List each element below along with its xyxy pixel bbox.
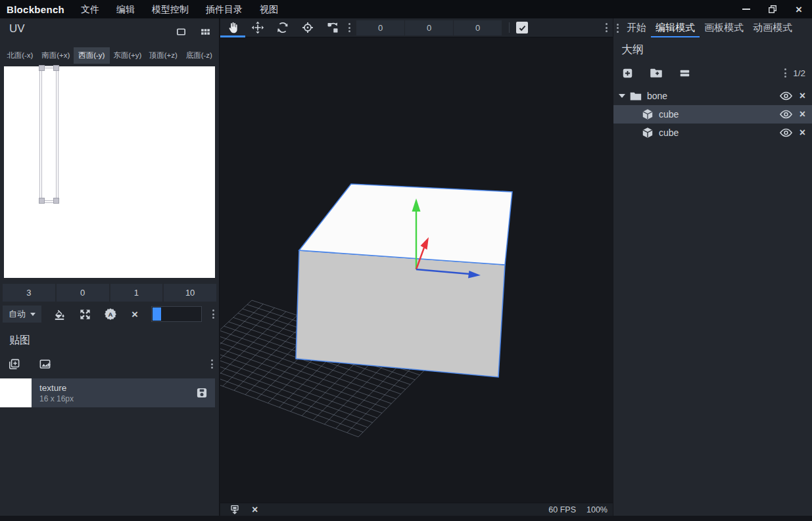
texture-list-item[interactable]: texture 16 x 16px (0, 378, 215, 407)
position-input-y[interactable]: 0 (405, 20, 453, 35)
uv-panel-title: UV (9, 22, 25, 35)
add-folder-icon (650, 66, 663, 79)
toolbar-more-menu[interactable] (346, 21, 352, 34)
group-name[interactable]: bone (647, 91, 667, 101)
visibility-eye-icon[interactable] (780, 110, 792, 119)
position-input-z[interactable]: 0 (454, 20, 502, 35)
face-tab-north[interactable]: 北面(-x) (2, 47, 38, 64)
menu-file[interactable]: 文件 (72, 0, 108, 18)
uv-mode-dropdown-label: 自动 (9, 308, 26, 320)
uv-more-menu[interactable] (210, 307, 216, 321)
outliner-tree: bone × cube × cube × (613, 87, 812, 142)
visibility-eye-icon[interactable] (780, 128, 792, 137)
uv-canvas[interactable] (4, 66, 215, 278)
delete-icon[interactable]: × (800, 127, 805, 138)
import-image-icon (39, 358, 51, 371)
restore-button[interactable] (759, 0, 786, 18)
face-tab-south[interactable]: 南面(+x) (38, 47, 74, 64)
uv-rotation-slider[interactable] (151, 306, 202, 322)
face-tab-bottom[interactable]: 底面(-z) (181, 47, 218, 64)
uv-input-x[interactable]: 3 (3, 284, 55, 302)
uv-handle-top-left[interactable] (39, 65, 45, 71)
toolbar-right-more-menu[interactable] (604, 21, 609, 34)
uv-input-height[interactable]: 10 (164, 284, 216, 302)
tab-edit-mode[interactable]: 编辑模式 (651, 18, 700, 37)
clear-uv-button[interactable]: × (127, 306, 143, 323)
import-texture-button[interactable] (39, 358, 51, 371)
viewport: 0 0 0 × 6 (220, 18, 613, 516)
auto-uv-button[interactable]: A (103, 306, 118, 323)
uv-texture-panel: UV 北面(-x) 南面(+x) 西面(-y) 东面(+y) 顶面(+z) 底面… (0, 18, 220, 516)
uv-input-y[interactable]: 0 (57, 284, 109, 302)
textures-toolbar (8, 357, 215, 371)
cube-front-face[interactable] (296, 250, 505, 377)
caret-down-icon[interactable] (619, 94, 625, 98)
x-icon: × (131, 309, 138, 320)
outliner-more-menu[interactable] (782, 66, 788, 79)
tab-start[interactable]: 开始 (622, 18, 651, 37)
outliner-bars-button[interactable] (679, 67, 691, 79)
maximize-uv-button[interactable] (77, 306, 93, 323)
tree-row-cube-1[interactable]: cube × (613, 105, 812, 124)
face-tab-west[interactable]: 西面(-y) (74, 47, 110, 64)
cube-top-face[interactable] (299, 184, 512, 265)
cube-mesh[interactable] (296, 184, 512, 377)
cube-name[interactable]: cube (659, 127, 679, 138)
tab-animate-mode[interactable]: 动画模式 (748, 18, 797, 37)
tab-paint-mode[interactable]: 画板模式 (700, 18, 748, 37)
panel-drag-handle[interactable] (615, 22, 621, 35)
auto-uv-badge-icon: A (104, 307, 117, 321)
menu-edit[interactable]: 编辑 (108, 0, 143, 18)
tree-row-cube-2[interactable]: cube × (613, 124, 812, 142)
page-indicator: 1/2 (793, 68, 805, 78)
toggle-checkbox[interactable] (516, 22, 528, 34)
uv-selection-box[interactable] (41, 68, 57, 201)
menu-view[interactable]: 视图 (251, 0, 287, 18)
move-tool-button[interactable] (245, 18, 270, 37)
rotate-display-tool-button[interactable] (320, 18, 345, 37)
app-logo: Blockbench (0, 4, 72, 15)
add-group-button[interactable] (650, 66, 663, 79)
rotate-tool-button[interactable] (270, 18, 295, 37)
uv-window-icon[interactable] (176, 26, 187, 37)
save-texture-button[interactable] (195, 386, 208, 399)
zoom-level: 100% (586, 505, 608, 514)
add-cube-button[interactable] (621, 67, 634, 79)
menu-model-control[interactable]: 模型控制 (143, 0, 197, 18)
delete-icon[interactable]: × (800, 109, 805, 120)
hand-icon (226, 21, 239, 34)
position-input-x[interactable]: 0 (356, 20, 404, 35)
chevron-down-icon (30, 313, 36, 316)
uv-handle-bottom-right[interactable] (53, 198, 59, 204)
face-tab-top[interactable]: 顶面(+z) (145, 47, 181, 64)
textures-more-menu[interactable] (209, 357, 215, 371)
uv-grid-icon[interactable] (200, 26, 211, 37)
menu-plugin-directory[interactable]: 插件目录 (197, 0, 251, 18)
fill-bucket-button[interactable] (51, 306, 67, 323)
minimize-button[interactable] (733, 0, 759, 18)
uv-handle-bottom-left[interactable] (39, 198, 45, 204)
tree-row-bone[interactable]: bone × (613, 87, 812, 105)
slider-handle[interactable] (153, 307, 161, 321)
outliner-toolbar: 1/2 (613, 64, 812, 81)
scene-3d[interactable] (220, 37, 613, 503)
uv-input-width[interactable]: 1 (110, 284, 163, 302)
create-texture-button[interactable] (8, 358, 20, 371)
uv-toolbar: 自动 A × (3, 305, 216, 323)
delete-icon[interactable]: × (800, 91, 805, 101)
screenshot-button[interactable] (229, 505, 240, 515)
face-tab-east[interactable]: 东面(+y) (110, 47, 146, 64)
screenshot-icon (229, 505, 240, 515)
pivot-tool-button[interactable] (295, 18, 320, 37)
uv-mode-dropdown[interactable]: 自动 (3, 306, 41, 323)
close-preview-button[interactable]: × (252, 505, 258, 515)
uv-handle-top-right[interactable] (53, 65, 59, 71)
save-icon (195, 386, 208, 399)
visibility-eye-icon[interactable] (780, 91, 792, 101)
viewport-toolbar: 0 0 0 (220, 18, 613, 37)
cube-icon (642, 108, 654, 120)
cube-name[interactable]: cube (659, 109, 679, 120)
texture-thumbnail[interactable] (0, 378, 32, 407)
close-button[interactable]: × (786, 0, 812, 18)
hand-tool-button[interactable] (220, 18, 245, 37)
